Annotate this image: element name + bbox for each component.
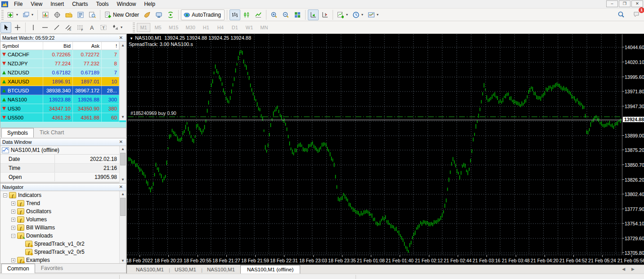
tree-item-trend[interactable]: +fTrend	[0, 199, 126, 207]
menu-charts[interactable]: Charts	[68, 0, 92, 8]
navigator-toggle-button[interactable]	[63, 9, 74, 20]
tree-item-spreadtrack-v2-0r5[interactable]: f◆SpreadTrack_v2_0r5	[0, 248, 126, 256]
scroll-right-icon[interactable]: ▶	[631, 267, 641, 271]
notifications-button[interactable]: 1	[631, 9, 642, 20]
expand-icon[interactable]: +	[11, 226, 15, 230]
market-watch-row[interactable]: NZDJPY77.22477.2328	[0, 59, 126, 68]
text-button[interactable]: A	[86, 22, 97, 33]
tab-tick-chart[interactable]: Tick Chart	[34, 128, 70, 137]
close-button[interactable]: ✕	[631, 0, 643, 7]
templates-button[interactable]: ▾	[366, 9, 380, 20]
chart-tab-nas100-m1-offline-[interactable]: NAS100,M1 (offline)	[240, 265, 300, 274]
dropdown-caret-icon[interactable]: ▾	[377, 13, 378, 17]
candles-chart-button[interactable]	[241, 9, 252, 20]
column-header-bid[interactable]: Bid	[43, 42, 73, 50]
dropdown-caret-icon[interactable]: ▾	[361, 13, 363, 17]
search-button[interactable]	[616, 9, 626, 20]
timeframe-h1[interactable]: H1	[199, 23, 213, 32]
timeframe-m5[interactable]: M5	[151, 23, 165, 32]
data-window-scrollbar[interactable]: ▲ ▼	[119, 146, 126, 183]
metaeditor-button[interactable]	[153, 9, 164, 20]
equidistant-channel-button[interactable]: E	[63, 22, 74, 33]
chart-tab-nas100-m1[interactable]: NAS100,M1|	[202, 265, 240, 274]
strategy-tester-toggle-button[interactable]	[87, 9, 98, 20]
market-watch-scrollbar[interactable]: ▲ ▼	[119, 42, 126, 120]
dropdown-caret-icon[interactable]: ▾	[32, 13, 33, 17]
tab-common[interactable]: Common	[1, 264, 35, 273]
minimize-button[interactable]: –	[606, 0, 618, 7]
tree-item-volumes[interactable]: +fVolumes	[0, 215, 126, 224]
market-watch-row[interactable]: CADCHF0.722650.722727	[0, 50, 126, 59]
scroll-down-icon[interactable]: ▼	[120, 177, 126, 183]
new-chart-button[interactable]: ▾	[5, 9, 20, 20]
market-watch-row[interactable]: US5004361.284361.8860	[0, 113, 126, 122]
arrows-button[interactable]: ▾	[110, 22, 124, 33]
scroll-thumb[interactable]	[120, 198, 126, 216]
line-chart-button[interactable]	[253, 9, 264, 20]
scroll-down-icon[interactable]: ▼	[120, 114, 126, 120]
chart-plot[interactable]	[128, 34, 622, 255]
expand-icon[interactable]: +	[11, 201, 15, 206]
menu-tools[interactable]: Tools	[92, 0, 113, 8]
market-watch-row[interactable]: NZDUSD0.671820.671897	[0, 68, 126, 77]
scroll-left-icon[interactable]: ◀	[622, 267, 631, 271]
market-watch-row[interactable]: US3034347.1034350.90380	[0, 104, 126, 113]
tab-favorites[interactable]: Favorites	[35, 263, 69, 273]
tab-symbols[interactable]: Symbols	[1, 128, 34, 137]
tree-item-indicators[interactable]: −fIndicators	[0, 191, 126, 199]
price-axis[interactable]: 14044.6014020.1013995.6013971.8013947.30…	[622, 34, 644, 265]
signals-button[interactable]	[165, 9, 176, 20]
collapse-icon[interactable]: −	[3, 193, 7, 197]
market-watch-row[interactable]: BTCUSD38938.34038967.17228...	[0, 86, 126, 95]
column-header-spread[interactable]: !	[102, 42, 119, 50]
expand-icon[interactable]: +	[11, 210, 15, 214]
column-header-ask[interactable]: Ask	[73, 42, 102, 50]
tree-item-bill-williams[interactable]: +fBill Williams	[0, 224, 126, 232]
zoom-out-button[interactable]	[280, 9, 291, 20]
time-axis[interactable]: 18 Feb 202218 Feb 20:2318 Feb 20:5518 Fe…	[127, 255, 644, 265]
terminal-toggle-button[interactable]	[75, 9, 86, 20]
text-label-button[interactable]: T	[98, 22, 109, 33]
dropdown-caret-icon[interactable]: ▾	[16, 13, 18, 17]
market-watch-toggle-button[interactable]	[40, 9, 51, 20]
timeframe-m30[interactable]: M30	[182, 23, 198, 32]
expand-icon[interactable]: +	[11, 218, 15, 222]
cursor-button[interactable]	[0, 22, 11, 33]
expand-icon[interactable]: +	[11, 258, 15, 262]
trendline-button[interactable]	[51, 22, 62, 33]
periods-button[interactable]: ▾	[351, 9, 365, 20]
chart-shift-button[interactable]	[320, 9, 330, 20]
scroll-up-icon[interactable]: ▲	[120, 146, 126, 152]
scroll-up-icon[interactable]: ▲	[120, 191, 126, 197]
crosshair-button[interactable]	[12, 22, 23, 33]
column-header-symbol[interactable]: Symbol	[0, 42, 43, 50]
timeframe-w1[interactable]: W1	[243, 23, 257, 32]
timeframe-m15[interactable]: M15	[166, 23, 181, 32]
collapse-icon[interactable]: −	[11, 234, 15, 238]
chart-tab-us30-m1[interactable]: US30,M1|	[169, 265, 202, 274]
horizontal-line-button[interactable]	[40, 22, 50, 33]
tree-item-downloads[interactable]: −f➘Downloads	[0, 232, 126, 240]
auto-scroll-button[interactable]	[308, 9, 319, 20]
market-watch-row[interactable]: XAUUSD1896.911897.0110	[0, 77, 126, 86]
timeframe-d1[interactable]: D1	[228, 23, 242, 32]
menu-help[interactable]: Help	[140, 0, 159, 8]
profiles-button[interactable]: ▾	[21, 9, 35, 20]
menu-file[interactable]: File	[10, 0, 27, 8]
expert-advisors-button[interactable]	[142, 9, 153, 20]
data-window-toggle-button[interactable]	[52, 9, 63, 20]
bars-chart-button[interactable]	[230, 9, 240, 20]
dropdown-caret-icon[interactable]: ▾	[121, 25, 122, 29]
tile-windows-button[interactable]	[292, 9, 303, 20]
menu-window[interactable]: Window	[113, 0, 140, 8]
vertical-line-button[interactable]	[28, 22, 39, 33]
timeframe-mn[interactable]: MN	[257, 23, 271, 32]
chevron-down-icon[interactable]: ▼	[130, 37, 133, 41]
toolbar-grip[interactable]	[1, 10, 4, 20]
timeframes-grip[interactable]	[133, 23, 135, 32]
close-icon[interactable]: ✕	[118, 139, 124, 145]
navigator-scrollbar[interactable]: ▲ ▼	[119, 191, 126, 264]
dropdown-caret-icon[interactable]: ▾	[346, 13, 348, 17]
indicators-list-button[interactable]: ▾	[335, 9, 350, 20]
close-icon[interactable]: ✕	[118, 184, 124, 190]
